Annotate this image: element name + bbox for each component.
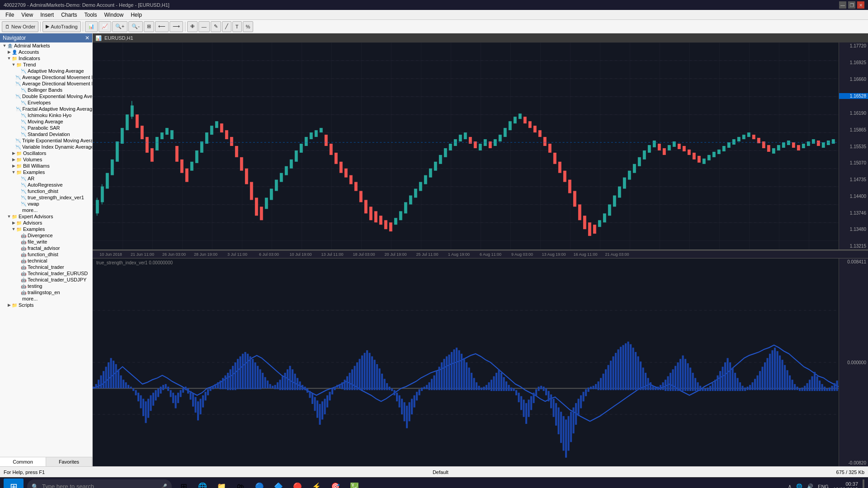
taskbar-icon-windows[interactable]: ⊞ xyxy=(175,479,192,488)
toolbar-grid[interactable]: ⊞ xyxy=(144,21,154,32)
tree-admiral-markets[interactable]: ▼ 🏦 Admiral Markets xyxy=(0,42,92,49)
show-desktop-button[interactable] xyxy=(863,479,864,488)
toolbar-crosshair[interactable]: ✙ xyxy=(187,21,198,32)
taskbar-icon-vscode[interactable]: 🔷 xyxy=(270,479,287,488)
tree-technical-trader-eurusd[interactable]: 🤖 Technical_trader_EURUSD xyxy=(0,270,92,277)
tree-technical-trader[interactable]: 🤖 Technical_trader xyxy=(0,264,92,270)
tab-common[interactable]: Common xyxy=(0,457,46,466)
tree-technical-trader-usdjpy[interactable]: 🤖 Technical_trader_USDJPY xyxy=(0,277,92,283)
tree-volumes[interactable]: ▶ 📁 Volumes xyxy=(0,156,92,163)
tree-examples[interactable]: ▼ 📁 Examples xyxy=(0,169,92,175)
maximize-button[interactable]: ❐ xyxy=(848,1,855,9)
tree-expert-advisors[interactable]: ▼ 📁 Expert Advisors xyxy=(0,213,92,220)
toolbar-text[interactable]: T xyxy=(232,21,242,32)
tree-ea-examples[interactable]: ▼ 📁 Examples xyxy=(0,226,92,232)
toolbar-new-order[interactable]: 🗒 New Order xyxy=(2,21,38,32)
tree-autoregressive[interactable]: 📉 AutoRegressive xyxy=(0,182,92,188)
tree-ea-function-dhist[interactable]: 🤖 function_dhist xyxy=(0,251,92,258)
toolbar-percent[interactable]: % xyxy=(243,21,254,32)
tree-vidya[interactable]: 📉 Variable Index Dynamic Average xyxy=(0,144,92,150)
tree-adm2[interactable]: 📉 Average Directional Movement I xyxy=(0,80,92,87)
tree-tsi[interactable]: 📉 true_strength_index_ver1 xyxy=(0,194,92,201)
tree-fractal-advisor[interactable]: 🤖 fractal_advisor xyxy=(0,245,92,251)
navigator-close-icon[interactable]: ✕ xyxy=(85,35,90,41)
taskbar-icon-chrome[interactable]: 🔵 xyxy=(251,479,268,488)
toolbar-candle[interactable]: 📊 xyxy=(85,21,98,32)
tree-dema[interactable]: 📉 Double Exponential Moving Aver xyxy=(0,93,92,99)
svg-rect-180 xyxy=(120,375,122,389)
svg-rect-264 xyxy=(329,392,331,400)
tree-technical[interactable]: 🤖 technical xyxy=(0,258,92,264)
tree-envelopes[interactable]: 📉 Envelopes xyxy=(0,99,92,106)
svg-rect-88 xyxy=(464,132,467,139)
toolbar-scroll-left[interactable]: ⟵ xyxy=(155,21,169,32)
main-price-chart[interactable]: 1.17720 1.16925 1.16660 1.16528 1.16190 … xyxy=(93,42,868,250)
taskbar-icon-app4[interactable]: 💹 xyxy=(346,479,363,488)
price-level5: 1.15535 xyxy=(839,144,868,149)
svg-rect-464 xyxy=(826,389,828,391)
toolbar-bar[interactable]: 📈 xyxy=(99,21,111,32)
tab-favorites[interactable]: Favorites xyxy=(46,457,92,466)
menu-window[interactable]: Window xyxy=(101,11,127,19)
indicator-icon: 📉 xyxy=(15,145,21,150)
tree-advisors[interactable]: ▶ 📁 Advisors xyxy=(0,220,92,226)
close-button[interactable]: ✕ xyxy=(857,1,864,9)
taskbar-up-arrow[interactable]: ∧ xyxy=(788,483,792,488)
tree-ar[interactable]: 📉 AR xyxy=(0,175,92,182)
tree-function-dhist[interactable]: 📉 function_dhist xyxy=(0,188,92,194)
tree-more-ea[interactable]: more... xyxy=(0,296,92,302)
titlebar-controls[interactable]: — ❐ ✕ xyxy=(839,1,864,9)
toolbar-pencil[interactable]: ✎ xyxy=(211,21,221,32)
menu-help[interactable]: Help xyxy=(127,11,146,19)
tree-ichimoku[interactable]: 📉 Ichimoku Kinko Hyo xyxy=(0,112,92,118)
tree-more-indicators[interactable]: more... xyxy=(0,207,92,213)
tree-adaptive-ma[interactable]: 📉 Adaptive Moving Average xyxy=(0,68,92,74)
tree-ma[interactable]: 📉 Moving Average xyxy=(0,118,92,125)
toolbar-line[interactable]: — xyxy=(198,21,210,32)
taskbar-icon-app2[interactable]: ⚡ xyxy=(308,479,325,488)
autotrading-button[interactable]: ▶ AutoTrading xyxy=(42,21,81,32)
taskbar-icon-app3[interactable]: 🎯 xyxy=(327,479,344,488)
svg-rect-419 xyxy=(714,380,716,391)
tree-indicators[interactable]: ▼ 📁 Indicators xyxy=(0,55,92,61)
search-box[interactable]: 🔍 Type here to search 🎤 xyxy=(27,479,172,488)
svg-rect-217 xyxy=(212,386,214,389)
tree-frama[interactable]: 📉 Fractal Adaptive Moving Averag xyxy=(0,106,92,112)
tree-oscillators[interactable]: ▶ 📁 Oscillators xyxy=(0,150,92,156)
toolbar-scroll-right[interactable]: ⟶ xyxy=(170,21,183,32)
tree-file-write[interactable]: 🤖 file_write xyxy=(0,239,92,245)
tree-psar[interactable]: 📉 Parabolic SAR xyxy=(0,125,92,131)
tree-bill-williams[interactable]: ▶ 📁 Bill Williams xyxy=(0,163,92,169)
svg-rect-443 xyxy=(774,347,776,390)
tree-divergence[interactable]: 🤖 Divergence xyxy=(0,232,92,239)
chart-area: 📊 EURUSD,H1 xyxy=(93,33,868,466)
toolbar-fibline[interactable]: ╱ xyxy=(222,21,231,32)
taskbar-icon-file-explorer[interactable]: 📁 xyxy=(213,479,230,488)
start-button[interactable]: ⊞ xyxy=(4,479,24,488)
toolbar-zoom-out[interactable]: 🔍- xyxy=(128,21,143,32)
menu-insert[interactable]: Insert xyxy=(37,11,57,19)
minimize-button[interactable]: — xyxy=(839,1,846,9)
taskbar-icon-store[interactable]: 🛍 xyxy=(232,479,249,488)
taskbar-icon-edge[interactable]: 🌐 xyxy=(194,479,211,488)
tree-scripts[interactable]: ▶ 📁 Scripts xyxy=(0,302,92,308)
svg-rect-78 xyxy=(414,189,417,198)
menu-file[interactable]: File xyxy=(2,11,18,19)
tree-tema[interactable]: 📉 Triple Exponential Moving Avera xyxy=(0,137,92,144)
price-level4: 1.15865 xyxy=(839,127,868,132)
toolbar-zoom-in[interactable]: 🔍+ xyxy=(112,21,127,32)
menu-view[interactable]: View xyxy=(18,11,37,19)
tree-trend[interactable]: ▼ 📁 Trend xyxy=(0,61,92,68)
menu-tools[interactable]: Tools xyxy=(81,11,101,19)
tree-adm1[interactable]: 📉 Average Directional Movement I xyxy=(0,74,92,80)
menu-charts[interactable]: Charts xyxy=(57,11,80,19)
tree-accounts[interactable]: ▶ 👤 Accounts xyxy=(0,49,92,55)
tree-trailingstop[interactable]: 🤖 trailingstop_en xyxy=(0,289,92,296)
tree-testing[interactable]: 🤖 testing xyxy=(0,283,92,289)
tree-bollinger[interactable]: 📉 Bollinger Bands xyxy=(0,87,92,93)
taskbar-icon-app1[interactable]: 🔴 xyxy=(289,479,306,488)
price-level8: 1.14400 xyxy=(839,194,868,199)
titlebar: 40022709 - AdmiralMarkets-Demo: Demo Acc… xyxy=(0,0,868,10)
tree-stddev[interactable]: 📉 Standard Deviation xyxy=(0,131,92,137)
tree-vwap[interactable]: 📉 vwap xyxy=(0,201,92,207)
